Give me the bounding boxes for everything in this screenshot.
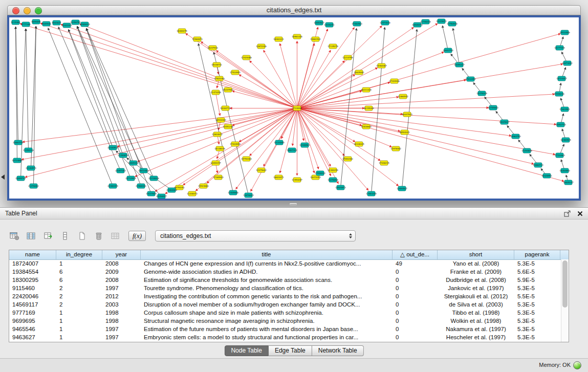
graph-node[interactable]: 13804672 <box>212 132 223 137</box>
graph-node[interactable]: 17692480 <box>342 157 353 161</box>
graph-node[interactable]: 18148036 <box>214 146 225 151</box>
graph-node[interactable]: 15378209 <box>476 91 487 96</box>
graph-node[interactable]: 16820471 <box>273 175 284 180</box>
graph-node[interactable]: 12573048 <box>380 20 390 25</box>
graph-node[interactable]: 19510486 <box>559 30 570 35</box>
graph-node[interactable]: 22057163 <box>115 168 126 173</box>
graph-node[interactable]: 16749083 <box>488 105 498 110</box>
graph-node[interactable]: 13978462 <box>390 146 401 151</box>
graph-node[interactable]: 19861542 <box>310 37 321 41</box>
graph-node[interactable]: 17365920 <box>213 175 224 180</box>
column-header-indegree[interactable]: in_degree <box>56 250 102 259</box>
graph-node[interactable]: 18593041 <box>399 130 410 135</box>
table-source-dropdown[interactable]: citations_edges.txt <box>155 230 356 242</box>
graph-node[interactable]: 12075642 <box>256 168 267 172</box>
window-zoom-button[interactable] <box>35 7 42 14</box>
graph-node[interactable]: 14276098 <box>328 178 338 182</box>
graph-node[interactable]: 12948561 <box>299 143 310 147</box>
graph-node[interactable]: 12694507 <box>397 186 407 191</box>
column-header-name[interactable]: name <box>9 250 56 259</box>
graph-node[interactable]: 17538204 <box>315 171 325 176</box>
column-header-pagerank[interactable]: pagerank <box>514 250 560 259</box>
table-row[interactable]: 977716911998Corpus callosum shape and si… <box>9 309 561 317</box>
graph-node[interactable]: 16835147 <box>563 180 574 185</box>
graph-node[interactable]: 22140573 <box>26 166 36 170</box>
graph-node[interactable]: 20895741 <box>15 176 26 181</box>
graph-node[interactable]: 14520873 <box>335 185 346 190</box>
table-row[interactable]: 946554611997Estimation of the future num… <box>9 325 561 333</box>
graph-node[interactable]: 17046215 <box>379 161 389 165</box>
graph-node[interactable]: 11983265 <box>366 191 377 196</box>
graph-node[interactable]: 15247583 <box>223 87 233 92</box>
graph-node[interactable]: 21904268 <box>166 188 177 192</box>
graph-node[interactable]: 14036251 <box>324 23 335 27</box>
graph-node[interactable]: 18650927 <box>314 20 324 25</box>
graph-node[interactable]: 12960873 <box>192 37 203 41</box>
graph-node[interactable]: 15635061 <box>354 70 364 75</box>
graph-node[interactable]: 18724007 <box>556 76 567 81</box>
graph-node[interactable]: 16106425 <box>354 142 364 146</box>
table-row[interactable]: 911546021997Tourette syndrome. Phenomeno… <box>9 284 561 292</box>
table-options-icon[interactable] <box>8 230 20 242</box>
column-header-title[interactable]: title <box>141 250 393 259</box>
graph-node[interactable]: 13876024 <box>243 193 254 198</box>
table-row[interactable]: 1456911722003Disruption of a novel membe… <box>9 300 561 309</box>
graph-node[interactable]: 16961426 <box>292 34 302 39</box>
graph-node[interactable]: 22480159 <box>107 184 118 188</box>
panel-collapse-arrow-icon[interactable] <box>1 174 5 180</box>
graph-node[interactable]: 14852730 <box>555 122 566 127</box>
graph-node[interactable]: 11954287 <box>292 178 302 182</box>
export-table-icon[interactable] <box>42 230 54 242</box>
graph-node[interactable]: 21476082 <box>28 184 39 188</box>
graph-node[interactable]: 18300712 <box>220 106 231 111</box>
table-vertical-scrollbar[interactable] <box>561 259 569 342</box>
graph-node[interactable]: 17820169 <box>214 76 225 81</box>
table-row[interactable]: 2242004622012Investigating the contribut… <box>9 292 561 300</box>
graph-node[interactable]: 17294806 <box>521 148 532 153</box>
graph-node[interactable]: 18211428 <box>361 87 372 92</box>
graph-node[interactable]: 15482067 <box>376 63 387 68</box>
graph-node[interactable]: 13750948 <box>447 21 458 26</box>
graph-node[interactable]: 12405986 <box>228 190 238 195</box>
graph-node[interactable]: 16532084 <box>215 118 226 122</box>
graph-node[interactable]: 17135278 <box>328 44 338 49</box>
graph-node[interactable]: 11860542 <box>398 94 408 99</box>
network-canvas[interactable]: 1724096161552641821142815635061122147891… <box>9 17 579 199</box>
tab-network-table[interactable]: Network Table <box>312 345 364 356</box>
graph-node[interactable]: 14872206 <box>256 44 267 49</box>
graph-node[interactable]: 17482963 <box>352 21 362 26</box>
graph-node[interactable]: 16084275 <box>177 29 187 33</box>
graph-node[interactable]: 18643794 <box>443 48 453 53</box>
graph-node[interactable]: 11208473 <box>187 191 198 196</box>
graph-node[interactable]: 16095327 <box>454 62 465 67</box>
graph-node[interactable]: 18061031 <box>273 37 284 41</box>
graph-node[interactable]: 1724096 <box>293 106 302 111</box>
graph-node[interactable]: 17004898 <box>230 142 241 146</box>
graph-node[interactable]: 19237605 <box>146 191 157 196</box>
graph-node[interactable]: 18315672 <box>436 19 447 24</box>
window-minimize-button[interactable] <box>24 7 31 14</box>
graph-node[interactable]: 12690157 <box>210 161 221 165</box>
graph-node[interactable]: 12420086 <box>241 55 252 60</box>
window-close-button[interactable] <box>12 7 19 14</box>
graph-node[interactable]: 16807342 <box>287 148 297 152</box>
graph-node[interactable]: 13051246 <box>223 124 233 129</box>
graph-node[interactable]: 17810452 <box>465 77 476 81</box>
column-header-outde[interactable]: △ out_de... <box>393 250 438 259</box>
table-row[interactable]: 946362711997Embryonic stem cells: a mode… <box>9 333 561 341</box>
column-header-year[interactable]: year <box>102 250 141 259</box>
graph-node[interactable]: 10356782 <box>70 20 81 25</box>
column-header-short[interactable]: short <box>438 250 514 259</box>
graph-node[interactable]: 21390876 <box>118 153 128 158</box>
splitter-handle[interactable] <box>290 203 297 206</box>
table-row[interactable]: 1830029562008Estimation of significance … <box>9 276 561 284</box>
graph-node[interactable]: 17510953 <box>230 70 241 75</box>
import-table-icon[interactable] <box>110 230 122 242</box>
graph-node[interactable]: 12816604 <box>361 124 372 129</box>
graph-node[interactable]: 21568340 <box>136 184 146 188</box>
graph-node[interactable]: 18025617 <box>499 120 510 124</box>
graph-node[interactable]: 17320946 <box>389 79 400 83</box>
row-height-icon[interactable] <box>59 230 71 242</box>
function-builder-button[interactable]: f(x) <box>128 231 146 241</box>
close-panel-icon[interactable] <box>577 211 583 216</box>
